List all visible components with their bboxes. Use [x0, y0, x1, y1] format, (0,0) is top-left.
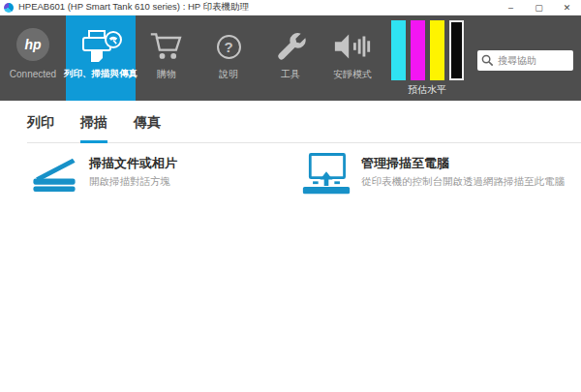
connected-label: Connected [10, 69, 56, 79]
search-box[interactable] [477, 50, 573, 71]
tab-scan[interactable]: 掃描 [80, 114, 107, 143]
scan-options: 掃描文件或相片 開啟掃描對話方塊 管理掃描至電腦 從印表機的控制台開啟透過網路掃… [0, 143, 581, 196]
wrench-icon [275, 27, 306, 66]
scan-item-title: 管理掃描至電腦 [361, 155, 565, 172]
manage-scan-to-computer-item[interactable]: 管理掃描至電腦 從印表機的控制台開啟透過網路掃描至此電腦 [297, 150, 569, 196]
window-controls: – ▢ ✕ [497, 0, 581, 15]
main-toolbar: hp Connected 列印、掃描與傳真 購物 [0, 15, 581, 101]
minimize-button[interactable]: – [497, 0, 525, 15]
scanner-icon [25, 150, 83, 196]
search-area [471, 15, 581, 101]
toolbar-item-label: 購物 [157, 68, 176, 81]
close-button[interactable]: ✕ [553, 0, 581, 15]
tab-fax[interactable]: 傳真 [134, 114, 161, 142]
maximize-button[interactable]: ▢ [525, 0, 553, 15]
scan-item-title: 掃描文件或相片 [89, 155, 177, 172]
hp-logo-icon: hp [16, 28, 49, 61]
toolbar-item-label: 列印、掃描與傳真 [64, 68, 138, 80]
toolbar-item-print-scan-fax[interactable]: 列印、掃描與傳真 [66, 15, 136, 101]
printer-fax-icon [78, 27, 123, 66]
ink-bar-cyan [391, 20, 406, 80]
ink-bars [391, 20, 464, 80]
toolbar-item-shop[interactable]: 購物 [136, 15, 198, 101]
ink-bar-yellow [430, 20, 444, 80]
scan-document-or-photo-item[interactable]: 掃描文件或相片 開啟掃描對話方塊 [25, 150, 297, 196]
toolbar-item-label: 說明 [219, 68, 238, 81]
scan-to-computer-icon [297, 150, 355, 196]
scan-item-subtitle: 從印表機的控制台開啟透過網路掃描至此電腦 [361, 175, 565, 189]
tab-print[interactable]: 列印 [27, 114, 54, 142]
hp-connected-block[interactable]: hp Connected [0, 15, 66, 101]
speaker-icon [332, 27, 373, 66]
toolbar-item-label: 安靜模式 [333, 68, 372, 81]
cart-icon [149, 27, 184, 66]
toolbar-item-label: 工具 [281, 68, 300, 81]
window-title: HPEAB601 (HP Smart Tank 610 series) : HP… [18, 1, 497, 14]
search-input[interactable] [498, 55, 569, 66]
search-icon [481, 54, 494, 67]
help-icon: ? [217, 27, 241, 66]
toolbar-item-tools[interactable]: 工具 [260, 15, 321, 101]
ink-levels-label: 預估水平 [408, 83, 446, 97]
toolbar-item-quiet-mode[interactable]: 安靜模式 [321, 15, 383, 101]
scan-item-subtitle: 開啟掃描對話方塊 [89, 175, 177, 189]
title-bar: HPEAB601 (HP Smart Tank 610 series) : HP… [0, 0, 581, 15]
ink-bar-magenta [411, 20, 425, 80]
tab-bar: 列印 掃描 傳真 [27, 114, 581, 143]
ink-bar-black [449, 20, 464, 80]
ink-levels-block[interactable]: 預估水平 [383, 15, 471, 101]
app-icon [4, 3, 14, 13]
hp-logo-text: hp [24, 37, 41, 52]
toolbar-item-help[interactable]: ? 說明 [198, 15, 260, 101]
